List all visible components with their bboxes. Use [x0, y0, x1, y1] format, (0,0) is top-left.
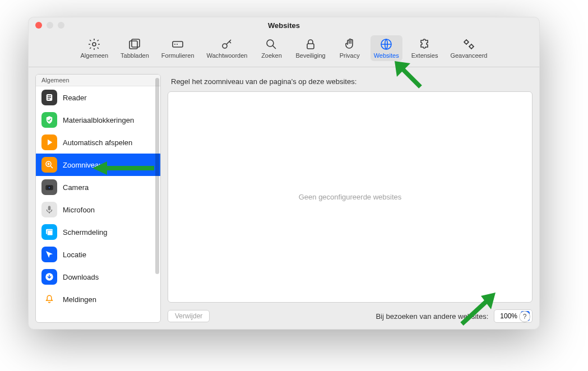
sidebar-item-blockers[interactable]: Materiaalblokkeringen [36, 109, 160, 131]
toolbar-advanced[interactable]: Geavanceerd [447, 35, 490, 61]
toolbar-websites[interactable]: Websites [371, 35, 402, 61]
preferences-window: Websites Algemeen Tabbladen Formulieren … [28, 17, 540, 330]
reader-icon [41, 90, 57, 105]
sidebar-item-label: Schermdeling [63, 228, 108, 236]
mic-icon [41, 202, 57, 217]
window-title: Websites [268, 21, 300, 30]
toolbar-label: Formulieren [161, 52, 195, 59]
window-close-button[interactable] [35, 22, 42, 29]
sidebar-item-autoplay[interactable]: Automatisch afspelen [36, 131, 160, 154]
default-zoom-value: 100% [500, 312, 517, 320]
bell-icon [41, 291, 57, 307]
svg-rect-2 [132, 39, 140, 47]
svg-rect-22 [48, 206, 51, 210]
svg-rect-1 [129, 41, 137, 49]
help-button[interactable]: ? [519, 311, 530, 322]
sidebar-item-label: Meldingen [63, 295, 96, 304]
globe-icon [379, 38, 393, 51]
download-icon [41, 269, 57, 285]
toolbar-search[interactable]: Zoeken [256, 35, 286, 61]
form-icon [171, 38, 184, 51]
camera-icon [41, 179, 57, 195]
svg-rect-25 [47, 230, 53, 235]
sidebar-item-microphone[interactable]: Microfoon [36, 198, 160, 221]
sidebar-item-downloads[interactable]: Downloads [36, 266, 160, 288]
sidebar: Algemeen Reader Materiaalblokkeringen Au… [35, 74, 161, 323]
hand-icon [343, 38, 356, 51]
puzzle-icon [418, 38, 432, 51]
sidebar-item-zoom[interactable]: Zoomniveau [36, 154, 160, 176]
toolbar-label: Wachtwoorden [207, 52, 248, 59]
lock-icon [304, 38, 317, 51]
configured-websites-list[interactable]: Geen geconfigureerde websites [168, 91, 533, 303]
sidebar-item-reader[interactable]: Reader [36, 86, 160, 109]
sidebar-item-label: Downloads [63, 273, 99, 281]
toolbar-label: Extensies [411, 52, 438, 59]
svg-point-4 [223, 44, 227, 48]
svg-line-16 [50, 166, 53, 168]
toolbar-label: Tabbladen [121, 52, 149, 59]
empty-placeholder: Geen geconfigureerde websites [299, 193, 402, 201]
toolbar-label: Beveiliging [295, 52, 325, 59]
toolbar-security[interactable]: Beveiliging [292, 35, 328, 61]
screen-icon [41, 224, 57, 240]
svg-marker-14 [48, 140, 52, 146]
toolbar-label: Algemeen [81, 52, 109, 59]
svg-point-9 [470, 45, 473, 48]
toolbar-tabs[interactable]: Tabbladen [117, 35, 152, 61]
key-icon [220, 38, 234, 51]
sidebar-item-screenshare[interactable]: Schermdeling [36, 221, 160, 243]
gear-icon [87, 38, 101, 51]
sidebar-item-label: Automatisch afspelen [63, 138, 132, 147]
shield-icon [41, 112, 57, 128]
toolbar-label: Zoeken [261, 52, 282, 59]
toolbar-label: Websites [374, 52, 399, 59]
sidebar-section-header: Algemeen [36, 75, 160, 86]
play-icon [41, 135, 57, 150]
zoom-icon [41, 157, 57, 173]
sidebar-item-label: Materiaalblokkeringen [63, 116, 134, 124]
sidebar-item-label: Zoomniveau [63, 161, 103, 169]
window-maximize-button[interactable] [58, 22, 64, 29]
panel-heading: Regel het zoomniveau van de pagina's op … [168, 74, 533, 91]
preferences-toolbar: Algemeen Tabbladen Formulieren Wachtwoor… [29, 33, 539, 67]
svg-point-5 [267, 40, 274, 47]
svg-rect-6 [307, 44, 314, 49]
detail-panel: Regel het zoomniveau van de pagina's op … [168, 74, 533, 323]
toolbar-passwords[interactable]: Wachtwoorden [203, 35, 251, 61]
toolbar-forms[interactable]: Formulieren [158, 35, 198, 61]
window-minimize-button[interactable] [47, 22, 53, 29]
sidebar-item-location[interactable]: Locatie [36, 243, 160, 266]
toolbar-label: Geavanceerd [450, 52, 487, 59]
toolbar-extensions[interactable]: Extensies [408, 35, 442, 61]
svg-point-0 [92, 43, 96, 46]
sidebar-item-label: Camera [63, 183, 89, 192]
sidebar-scrollbar[interactable] [155, 78, 159, 274]
sidebar-item-camera[interactable]: Camera [36, 176, 160, 198]
sidebar-item-label: Reader [63, 94, 87, 102]
sidebar-item-notify[interactable]: Meldingen [36, 288, 160, 310]
svg-point-8 [465, 40, 468, 44]
default-zoom-label: Bij bezoeken van andere websites: [376, 312, 488, 321]
delete-button[interactable]: Verwijder [168, 310, 210, 322]
tabs-icon [128, 38, 141, 51]
titlebar: Websites [29, 17, 539, 33]
svg-point-21 [49, 187, 50, 188]
gears-icon [462, 38, 475, 51]
arrow-icon [41, 247, 57, 262]
sidebar-item-label: Locatie [63, 251, 86, 259]
toolbar-privacy[interactable]: Privacy [335, 35, 365, 61]
sidebar-item-label: Microfoon [63, 206, 95, 214]
search-icon [265, 38, 278, 51]
toolbar-general[interactable]: Algemeen [77, 35, 112, 61]
toolbar-label: Privacy [340, 52, 360, 59]
